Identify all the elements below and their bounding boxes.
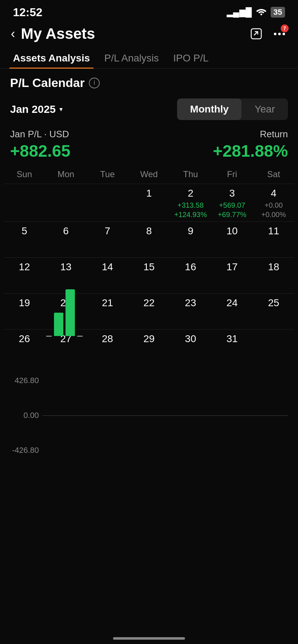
cal-cell-14[interactable]: 14 <box>87 257 128 293</box>
cal-date: 2 <box>188 188 194 199</box>
chart-y-top: 426.80 <box>10 376 39 385</box>
day-name-fri: Fri <box>211 166 253 182</box>
cal-cell-30[interactable]: 30 <box>170 329 211 365</box>
cal-pl: +313.58 <box>177 201 204 210</box>
cal-cell-21[interactable]: 21 <box>87 293 128 329</box>
tab-ipo-pl[interactable]: IPO P/L <box>166 48 216 68</box>
cal-cell-12[interactable]: 12 <box>4 257 45 293</box>
calendar-week-1: 1 2 +313.58 +124.93% 3 +569.07 +69.77% 4… <box>4 184 294 221</box>
return-label: Return <box>213 129 288 140</box>
calendar: Sun Mon Tue Wed Thu Fri Sat 1 2 +313.58 … <box>0 166 298 365</box>
month-label: Jan 2025 <box>10 103 56 115</box>
year-button[interactable]: Year <box>241 98 288 120</box>
cal-cell-28[interactable]: 28 <box>87 329 128 365</box>
cal-cell-23[interactable]: 23 <box>170 293 211 329</box>
cal-cell-10[interactable]: 10 <box>211 221 253 257</box>
chart-y-bot: -426.80 <box>10 446 39 455</box>
calendar-week-3: 12 13 14 15 16 17 18 <box>4 257 294 293</box>
header-right: 7 <box>248 26 287 42</box>
tab-pl-analysis[interactable]: P/L Analysis <box>97 48 166 68</box>
back-button[interactable]: ‹ <box>11 26 15 41</box>
day-name-wed: Wed <box>128 166 170 182</box>
page-title: My Assets <box>21 25 95 42</box>
cal-cell-16[interactable]: 16 <box>170 257 211 293</box>
cal-pct: +124.93% <box>174 210 207 219</box>
cal-date: 4 <box>271 188 276 199</box>
cal-cell-empty[interactable] <box>4 184 45 221</box>
cal-cell-31[interactable]: 31 <box>211 329 253 365</box>
bar-3 <box>66 289 75 336</box>
tab-assets-analysis[interactable]: Assets Analysis <box>6 48 97 68</box>
month-selector[interactable]: Jan 2025 ▾ <box>10 103 63 115</box>
cal-cell-9[interactable]: 9 <box>170 221 211 257</box>
period-toggle: Monthly Year <box>177 98 288 120</box>
calendar-header: Sun Mon Tue Wed Thu Fri Sat <box>4 166 294 182</box>
cal-cell-5[interactable]: 5 <box>4 221 45 257</box>
status-time: 12:52 <box>13 6 42 19</box>
cal-cell-22[interactable]: 22 <box>128 293 170 329</box>
more-menu-button[interactable]: 7 <box>271 26 287 42</box>
battery-icon: 35 <box>271 7 285 18</box>
calendar-week-2: 5 6 7 8 9 10 11 <box>4 221 294 257</box>
status-icons: ▂▄▆█ 35 <box>227 7 285 18</box>
cal-cell-empty <box>253 329 294 365</box>
cal-cell-17[interactable]: 17 <box>211 257 253 293</box>
day-name-mon: Mon <box>45 166 86 182</box>
svg-point-0 <box>260 13 262 15</box>
header: ‹ My Assets 7 <box>0 22 298 46</box>
cal-cell-8[interactable]: 8 <box>128 221 170 257</box>
pl-summary: Jan P/L · USD +882.65 Return +281.88% <box>0 125 298 166</box>
controls-row: Jan 2025 ▾ Monthly Year <box>0 93 298 125</box>
cal-cell-26[interactable]: 26 <box>4 329 45 365</box>
pl-value: +882.65 <box>10 141 71 161</box>
pl-label: Jan P/L · USD <box>10 129 71 140</box>
tab-bar: Assets Analysis P/L Analysis IPO P/L <box>0 46 298 69</box>
day-name-tue: Tue <box>87 166 128 182</box>
signal-icon: ▂▄▆█ <box>227 7 252 17</box>
bar-2 <box>54 313 63 336</box>
cal-pl: +569.07 <box>219 201 245 210</box>
cal-pl-neutral: +0.00 <box>265 201 283 210</box>
day-name-thu: Thu <box>170 166 211 182</box>
chart-y-labels: 426.80 0.00 -426.80 <box>10 376 39 455</box>
cal-cell-15[interactable]: 15 <box>128 257 170 293</box>
day-name-sun: Sun <box>4 166 45 182</box>
cal-cell-1[interactable]: 1 <box>128 184 170 221</box>
monthly-button[interactable]: Monthly <box>177 98 241 120</box>
cal-cell-25[interactable]: 25 <box>253 293 294 329</box>
notification-badge: 7 <box>281 24 289 32</box>
cal-cell-4[interactable]: 4 +0.00 +0.00% <box>253 184 294 221</box>
more-dot <box>274 33 285 35</box>
cal-pct-neutral: +0.00% <box>261 210 286 219</box>
chart-bars-container <box>42 376 288 455</box>
svg-line-2 <box>254 32 258 35</box>
wifi-icon <box>256 7 267 18</box>
cal-cell-19[interactable]: 19 <box>4 293 45 329</box>
cal-cell-2[interactable]: 2 +313.58 +124.93% <box>170 184 211 221</box>
cal-date: 1 <box>146 188 152 199</box>
cal-date: 3 <box>229 188 235 199</box>
header-left: ‹ My Assets <box>11 25 95 42</box>
cal-cell-3[interactable]: 3 +569.07 +69.77% <box>211 184 253 221</box>
cal-cell-11[interactable]: 11 <box>253 221 294 257</box>
cal-cell-6[interactable]: 6 <box>45 221 86 257</box>
section-title-row: P/L Calendar i <box>0 69 298 93</box>
pl-right: Return +281.88% <box>213 129 288 161</box>
cal-cell-7[interactable]: 7 <box>87 221 128 257</box>
day-name-sat: Sat <box>253 166 294 182</box>
bar-tiny-1 <box>46 336 52 337</box>
cal-cell-24[interactable]: 24 <box>211 293 253 329</box>
chart-section: 426.80 0.00 -426.80 <box>0 369 298 466</box>
cal-cell-13[interactable]: 13 <box>45 257 86 293</box>
cal-cell-empty[interactable] <box>87 184 128 221</box>
svg-rect-1 <box>251 29 261 39</box>
return-value: +281.88% <box>213 141 288 161</box>
home-indicator <box>113 637 185 640</box>
info-icon[interactable]: i <box>89 78 100 88</box>
bar-tiny-4 <box>77 336 83 337</box>
cal-cell-empty[interactable] <box>45 184 86 221</box>
share-button[interactable] <box>248 26 264 42</box>
cal-cell-18[interactable]: 18 <box>253 257 294 293</box>
calendar-week-4: 19 20 21 22 23 24 25 <box>4 293 294 329</box>
cal-cell-29[interactable]: 29 <box>128 329 170 365</box>
